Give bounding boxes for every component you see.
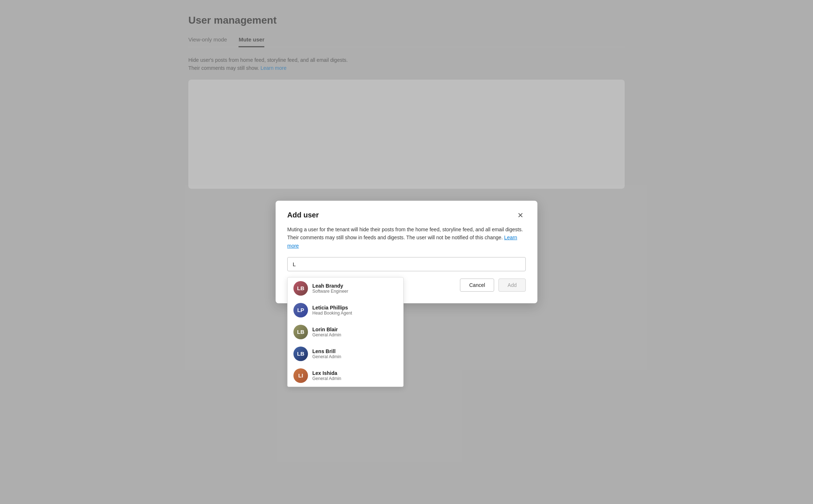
add-button[interactable]: Add [498, 279, 526, 292]
avatar: LP [293, 303, 308, 317]
user-name: Leticia Phillips [312, 305, 352, 311]
modal-description: Muting a user for the tenant will hide t… [287, 225, 526, 250]
close-modal-button[interactable]: ✕ [515, 211, 526, 220]
user-name: Lorin Blair [312, 327, 341, 332]
avatar: LB [293, 281, 308, 296]
list-item[interactable]: LP Leticia Phillips Head Booking Agent [288, 299, 403, 321]
user-name: Leah Brandy [312, 283, 348, 289]
cancel-button[interactable]: Cancel [460, 279, 494, 292]
user-search-input[interactable] [287, 257, 526, 271]
user-role: General Admin [312, 354, 341, 359]
user-dropdown: LB Leah Brandy Software Engineer LP Leti… [287, 277, 404, 387]
user-role: Software Engineer [312, 289, 348, 294]
list-item[interactable]: LI Lex Ishida General Admin [288, 365, 403, 387]
list-item[interactable]: LB Lorin Blair General Admin [288, 321, 403, 343]
modal-header: Add user ✕ [287, 211, 526, 220]
user-name: Lex Ishida [312, 370, 341, 376]
modal-title: Add user [287, 211, 319, 219]
add-user-modal: Add user ✕ Muting a user for the tenant … [276, 201, 537, 303]
avatar: LI [293, 368, 308, 383]
list-item[interactable]: LB Lens Brill General Admin [288, 343, 403, 365]
modal-overlay: Add user ✕ Muting a user for the tenant … [0, 0, 813, 504]
avatar: LB [293, 347, 308, 361]
user-role: General Admin [312, 376, 341, 381]
avatar: LB [293, 325, 308, 339]
user-name: Lens Brill [312, 348, 341, 354]
user-role: Head Booking Agent [312, 311, 352, 316]
user-role: General Admin [312, 332, 341, 337]
list-item[interactable]: LB Leah Brandy Software Engineer [288, 277, 403, 299]
